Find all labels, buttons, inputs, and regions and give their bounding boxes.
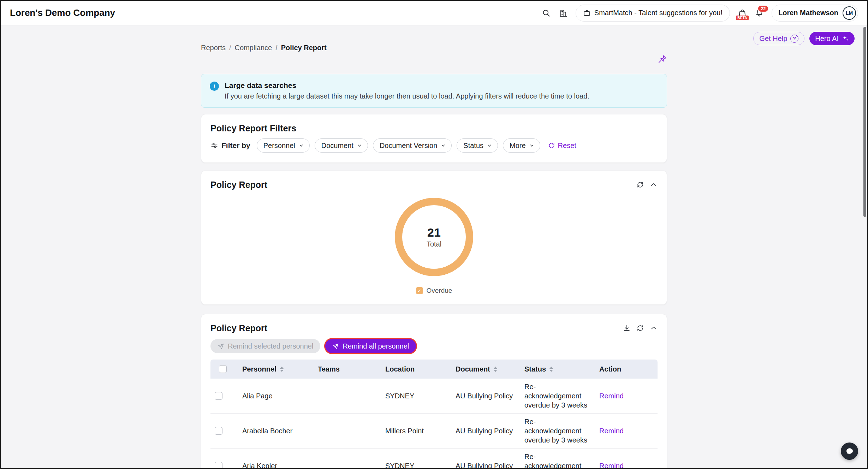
remind-link[interactable]: Remind xyxy=(595,392,624,400)
beta-badge: BETA xyxy=(736,16,749,20)
breadcrumb-item-current: Policy Report xyxy=(272,44,326,52)
table-card-title: Policy Report xyxy=(210,323,267,333)
topbar-actions: SmartMatch - Talent suggestions for you!… xyxy=(542,5,858,22)
column-header-action: Action xyxy=(595,365,658,373)
chat-bubble-icon xyxy=(845,447,854,456)
remind-selected-button[interactable]: Remind selected personnel xyxy=(210,339,320,353)
smartmatch-label: SmartMatch - Talent suggestions for you! xyxy=(594,9,723,17)
swag-store-button[interactable]: BETA xyxy=(738,8,747,18)
remind-link[interactable]: Remind xyxy=(595,427,624,435)
chevron-down-icon xyxy=(299,143,304,148)
legend-item-overdue[interactable]: Overdue xyxy=(210,287,658,295)
breadcrumb-item-compliance[interactable]: Compliance xyxy=(226,44,272,52)
column-label: Personnel xyxy=(242,365,277,373)
legend-checkbox-icon xyxy=(416,287,423,294)
chart-card-actions xyxy=(636,181,658,189)
filter-dropdown-document-version[interactable]: Document Version xyxy=(373,138,452,153)
filter-by-label: Filter by xyxy=(221,141,250,150)
collapse-button[interactable] xyxy=(650,324,658,332)
chevron-down-icon xyxy=(357,143,362,148)
donut-total-label: Total xyxy=(427,240,441,248)
chevron-up-icon xyxy=(650,324,658,332)
column-label: Action xyxy=(599,365,621,373)
info-banner-text: Large data searches If you are fetching … xyxy=(225,81,589,100)
filter-dropdown-document[interactable]: Document xyxy=(315,138,368,153)
smartmatch-button[interactable]: SmartMatch - Talent suggestions for you! xyxy=(576,5,730,22)
reset-icon xyxy=(548,142,555,149)
scrollbar-thumb[interactable] xyxy=(863,27,866,217)
row-checkbox[interactable] xyxy=(215,462,222,469)
chevron-down-icon xyxy=(529,143,534,148)
notification-badge: 22 xyxy=(757,5,769,12)
remind-all-label: Remind all personnel xyxy=(343,342,409,350)
chevron-up-icon xyxy=(650,181,658,189)
column-header-status[interactable]: Status xyxy=(520,365,595,373)
sort-icon xyxy=(549,367,553,372)
filter-dropdown-status[interactable]: Status xyxy=(457,138,498,153)
column-header-teams: Teams xyxy=(314,365,381,373)
pin-button[interactable] xyxy=(658,54,667,64)
info-banner: Large data searches If you are fetching … xyxy=(201,74,667,108)
row-checkbox[interactable] xyxy=(215,427,222,435)
user-avatar: LM xyxy=(843,6,856,20)
refresh-button[interactable] xyxy=(636,324,644,332)
get-help-button[interactable]: Get Help xyxy=(753,32,804,45)
smartmatch-icon xyxy=(583,9,591,17)
info-banner-message: If you are fetching a large dataset this… xyxy=(225,92,589,100)
cell-teams xyxy=(314,392,381,399)
row-checkbox[interactable] xyxy=(215,392,222,400)
remind-buttons-row: Remind selected personnel Remind all per… xyxy=(210,339,658,353)
policy-report-table: Personnel Teams Location Document Stat xyxy=(210,360,658,469)
user-menu[interactable]: Loren Mathewson LM xyxy=(772,5,858,22)
column-header-location: Location xyxy=(381,365,451,373)
notifications-button[interactable]: 22 xyxy=(755,8,764,18)
table-card-head: Policy Report xyxy=(210,323,658,333)
page-background: Get Help Hero AI Reports Compliance Poli… xyxy=(1,25,867,468)
cell-teams xyxy=(314,427,381,434)
reset-filters-button[interactable]: Reset xyxy=(548,142,576,150)
filter-dropdown-personnel[interactable]: Personnel xyxy=(257,138,310,153)
cell-location: SYDNEY xyxy=(381,388,451,404)
cell-document: AU Bullying Policy xyxy=(451,458,520,469)
organisation-button[interactable] xyxy=(559,8,568,18)
legend-label: Overdue xyxy=(427,287,452,295)
cell-personnel: Aria Kepler xyxy=(238,458,314,469)
filter-dropdown-more[interactable]: More xyxy=(503,138,540,153)
sort-icon xyxy=(494,367,497,372)
get-help-label: Get Help xyxy=(759,35,787,43)
filter-dropdown-status-label: Status xyxy=(463,142,483,150)
send-icon xyxy=(332,343,339,350)
chevron-down-icon xyxy=(441,143,446,148)
column-label: Document xyxy=(456,365,490,373)
donut-chart: 21 Total xyxy=(395,198,473,276)
user-name: Loren Mathewson xyxy=(778,9,838,17)
search-icon xyxy=(542,8,551,18)
chat-button[interactable] xyxy=(841,443,858,460)
breadcrumb-item-reports[interactable]: Reports xyxy=(201,44,226,52)
chart-card-head: Policy Report xyxy=(210,180,658,189)
breadcrumb: Reports Compliance Policy Report xyxy=(201,25,667,52)
remind-all-button[interactable]: Remind all personnel xyxy=(325,339,416,353)
hero-ai-button[interactable]: Hero AI xyxy=(809,32,855,45)
table-header-row: Personnel Teams Location Document Stat xyxy=(210,360,658,379)
cell-status: Re-acknowledgement overdue by 3 weeks xyxy=(520,379,595,413)
search-button[interactable] xyxy=(542,8,551,18)
collapse-button[interactable] xyxy=(650,181,658,189)
select-all-checkbox[interactable] xyxy=(219,365,227,373)
remind-selected-label: Remind selected personnel xyxy=(228,342,313,350)
remind-link[interactable]: Remind xyxy=(595,462,624,469)
column-header-personnel[interactable]: Personnel xyxy=(238,365,314,373)
download-button[interactable] xyxy=(623,324,631,332)
cell-location: SYDNEY xyxy=(381,458,451,469)
filters-card-title: Policy Report Filters xyxy=(210,124,658,133)
reset-label: Reset xyxy=(558,142,576,150)
cell-status: Re-acknowledgement overdue by 3 weeks xyxy=(520,449,595,469)
download-icon xyxy=(623,324,631,332)
organisation-icon xyxy=(559,8,568,18)
info-banner-title: Large data searches xyxy=(225,81,589,90)
policy-report-table-card: Policy Report xyxy=(201,314,667,469)
refresh-button[interactable] xyxy=(636,181,644,189)
column-header-document[interactable]: Document xyxy=(451,365,520,373)
filter-dropdown-personnel-label: Personnel xyxy=(263,142,295,150)
cell-personnel: Alia Page xyxy=(238,388,314,404)
